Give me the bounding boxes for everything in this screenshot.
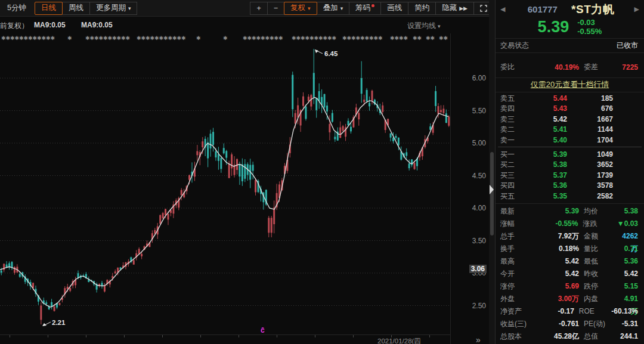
order-book-row[interactable]: 卖二5.411144 xyxy=(496,125,644,135)
event-marker-icon: ✱ xyxy=(351,35,356,42)
order-book-row[interactable]: 买四5.363578 xyxy=(496,181,644,191)
detail-label: PE(动) xyxy=(584,318,618,330)
detail-value: 4262万 xyxy=(618,230,638,243)
detail-label: 涨幅 xyxy=(500,218,535,230)
order-level-label: 卖三 xyxy=(500,114,521,125)
order-price: 5.44 xyxy=(521,94,567,104)
event-marker-icon: ✱ xyxy=(15,35,20,42)
order-book-row[interactable]: 卖三5.421667 xyxy=(496,114,644,125)
event-marker-icon: ✱ xyxy=(145,35,150,42)
stock-code: 601777 xyxy=(528,4,558,14)
event-marker-icon: ✱ xyxy=(278,35,283,42)
order-volume: 185 xyxy=(567,94,613,104)
date-tick xyxy=(391,335,392,337)
order-level-label: 买二 xyxy=(500,160,521,170)
event-marker-icon: ✱ xyxy=(137,35,141,42)
stock-name: *ST力帆 xyxy=(571,2,614,17)
chart-area: 6.452.21 ✱✱✱✱✱✱✱✱✱✱✱✱✱✱✱✱✱✱✱✱✱✱✱✱✱✱✱✱✱✱✱… xyxy=(0,33,495,344)
detail-label: 跌停 xyxy=(584,280,618,293)
event-marker-icon: ✱ xyxy=(154,35,159,42)
button-label: 简约 xyxy=(414,3,429,13)
date-tick xyxy=(200,335,201,337)
detail-value: ▼0.03 xyxy=(617,218,638,230)
event-marker-icon: ✱ xyxy=(439,35,444,42)
detail-value: 244.1亿 xyxy=(618,330,638,343)
ma-settings-dropdown[interactable]: 设置均线▾ xyxy=(407,21,441,31)
button-label: 更多周期 xyxy=(96,3,126,13)
hide-button[interactable]: 隐藏▶▶ xyxy=(435,2,474,15)
detail-label: 收益(三) xyxy=(500,318,536,330)
period-tabs: 5分钟日线周线更多周期▾ xyxy=(0,0,138,17)
date-tick xyxy=(48,335,48,337)
tab-5min[interactable]: 5分钟 xyxy=(1,2,33,15)
price-axis-label: 5.50 xyxy=(472,107,486,115)
level2-promo-row: 仅需20元查看十档行情 xyxy=(496,78,644,92)
event-marker-icon: ✱ xyxy=(42,35,47,42)
event-marker-icon: ✱ xyxy=(360,35,365,42)
date-axis: 2021/01/28(四 » xyxy=(0,334,450,344)
detail-value: 45.28亿 xyxy=(536,330,579,343)
next-stock-arrow-icon[interactable]: ▶ xyxy=(634,5,639,13)
order-book-row[interactable]: 买一5.391049 xyxy=(496,150,644,160)
order-level-label: 卖五 xyxy=(500,94,521,104)
overlay-button[interactable]: 叠加▾ xyxy=(317,2,350,15)
expand-date-axis-button[interactable]: » xyxy=(476,335,481,344)
zoom-out-button[interactable]: − xyxy=(267,2,284,15)
tab-more-periods[interactable]: 更多周期▾ xyxy=(89,2,138,15)
event-marker-icon: ✱ xyxy=(327,35,332,42)
chevron-down-icon: ▾ xyxy=(308,5,311,11)
panel-collapse-arrow-icon[interactable] xyxy=(490,185,494,194)
zoom-in-button[interactable]: + xyxy=(250,2,267,15)
date-tick xyxy=(353,335,354,337)
event-marker-icon: ✱ xyxy=(309,35,314,42)
order-book-row[interactable]: 买五5.352582 xyxy=(496,191,644,202)
detail-row: 最高5.42最低5.36 xyxy=(496,255,644,268)
prev-stock-arrow-icon[interactable]: ◀ xyxy=(500,5,505,13)
order-book-row[interactable]: 买三5.371739 xyxy=(496,171,644,181)
event-marker-icon: ✱ xyxy=(390,35,395,42)
order-price: 5.42 xyxy=(521,114,567,125)
event-marker-icon: ✱ xyxy=(223,35,228,42)
event-markers-row[interactable]: ✱✱✱✱✱✱✱✱✱✱✱✱✱✱✱✱✱✱✱✱✱✱✱✱✱✱✱✱✱✱✱✱✱✱✱✱✱✱✱✱… xyxy=(0,35,450,43)
adjust-button[interactable]: 复权▾ xyxy=(284,2,317,15)
order-price: 5.37 xyxy=(521,171,567,181)
detail-value: 5.69 xyxy=(536,280,579,293)
order-volume: 1667 xyxy=(567,114,613,125)
event-flag-icon[interactable]: ĉ xyxy=(261,326,265,334)
button-label: 周线 xyxy=(69,3,83,13)
order-book-row[interactable]: 卖四5.43676 xyxy=(496,104,644,114)
event-marker-icon: ✱ xyxy=(399,35,404,42)
detail-value: 5.15 xyxy=(618,280,638,293)
level2-promo-link[interactable]: 仅需20元查看十档行情 xyxy=(531,80,609,89)
price-axis: 6.005.505.004.504.003.503.002.503.06 xyxy=(451,33,489,334)
weibi-label: 委比 xyxy=(500,62,536,72)
event-marker-icon: ✱ xyxy=(85,35,90,42)
tab-weekly[interactable]: 周线 xyxy=(62,2,90,15)
quote-header: ◀ 601777 *ST力帆 ▶ xyxy=(496,0,644,16)
draw-line-button[interactable]: 画线 xyxy=(380,2,408,15)
detail-label: 量比 xyxy=(584,243,618,255)
event-marker-icon: ✱ xyxy=(305,35,310,42)
price-axis-label: 4.50 xyxy=(472,172,486,180)
detail-value: 7.92万 xyxy=(536,230,579,243)
date-tick xyxy=(239,335,239,337)
sell-order-book: 卖五5.44185卖四5.43676卖三5.421667卖二5.411144卖一… xyxy=(496,92,644,145)
event-marker-icon: ✱ xyxy=(90,35,95,42)
weibi-value: 40.19% xyxy=(536,63,579,72)
order-book-row[interactable]: 卖五5.44185 xyxy=(496,94,644,104)
simple-mode-button[interactable]: 简约 xyxy=(408,2,436,15)
tab-daily[interactable]: 日线 xyxy=(35,2,63,15)
order-book-row[interactable]: 买二5.383652 xyxy=(496,160,644,170)
detail-row: 总股本45.28亿总值244.1亿 xyxy=(496,330,644,343)
candlestick-plot[interactable]: 6.452.21 xyxy=(0,33,450,334)
notification-dot-icon xyxy=(371,4,374,7)
event-marker-icon: ✱ xyxy=(296,35,301,42)
order-price: 5.38 xyxy=(521,160,567,170)
event-marker-icon: ✱ xyxy=(261,35,265,42)
chips-button[interactable]: 筹码 xyxy=(349,2,381,15)
stock-app-window: 5分钟日线周线更多周期▾ +−复权▾叠加▾筹码画线简约隐藏▶▶ 前复权） MA9… xyxy=(0,0,644,344)
order-level-label: 卖四 xyxy=(500,104,521,114)
order-book-divider xyxy=(498,147,642,147)
detail-label: 金额 xyxy=(584,230,618,243)
order-book-row[interactable]: 卖一5.401704 xyxy=(496,135,644,145)
